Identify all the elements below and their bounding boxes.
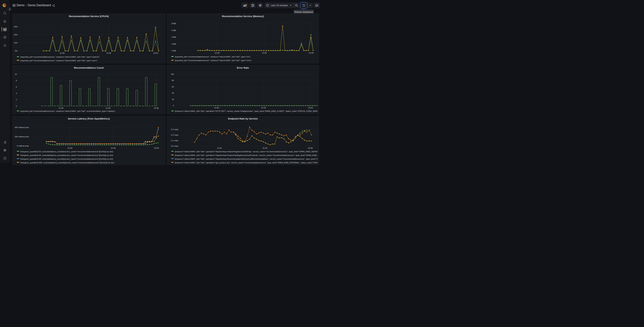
svg-text:60: 60 — [172, 86, 174, 88]
svg-text:2 MB: 2 MB — [172, 43, 176, 45]
svg-text:21:50: 21:50 — [58, 107, 64, 109]
svg-text:0.0 req/s: 0.0 req/s — [171, 145, 178, 147]
svg-text:30%: 30% — [14, 26, 18, 28]
svg-text:80: 80 — [172, 80, 174, 82]
svg-text:21:55: 21:55 — [262, 52, 267, 54]
svg-text:400 milliseconds: 400 milliseconds — [14, 126, 29, 128]
svg-text:21:55: 21:55 — [106, 107, 110, 109]
svg-text:0%: 0% — [15, 50, 18, 52]
svg-text:21:50: 21:50 — [215, 52, 220, 54]
svg-text:21:50: 21:50 — [60, 52, 64, 54]
svg-text:?: ? — [4, 157, 5, 159]
svg-text:21:55: 21:55 — [261, 106, 266, 108]
svg-text:21:55: 21:55 — [262, 147, 267, 149]
svg-text:8: 8 — [16, 80, 17, 82]
svg-text:10%: 10% — [14, 42, 18, 44]
svg-text:21:50: 21:50 — [217, 147, 222, 149]
svg-text:8 MB: 8 MB — [172, 22, 176, 24]
svg-text:0.2 req/s: 0.2 req/s — [171, 134, 178, 136]
svg-text:6 MB: 6 MB — [172, 30, 176, 32]
svg-text:0.3 req/s: 0.3 req/s — [171, 128, 178, 130]
svg-text:20: 20 — [172, 98, 174, 100]
svg-text:10: 10 — [14, 73, 17, 75]
svg-text:4: 4 — [16, 92, 17, 94]
svg-text:21:55: 21:55 — [106, 52, 111, 54]
svg-text:22:00: 22:00 — [308, 106, 313, 108]
svg-text:21:50: 21:50 — [214, 106, 219, 108]
svg-text:20%: 20% — [14, 34, 18, 36]
svg-text:22:00: 22:00 — [308, 147, 312, 149]
svg-text:22:00: 22:00 — [309, 52, 314, 54]
svg-text:0: 0 — [173, 104, 174, 106]
svg-text:0 milliseconds: 0 milliseconds — [16, 145, 29, 147]
svg-text:0 MB: 0 MB — [172, 50, 176, 52]
svg-text:0.1 req/s: 0.1 req/s — [171, 139, 178, 141]
svg-text:6: 6 — [16, 86, 17, 88]
svg-text:0: 0 — [16, 105, 17, 107]
svg-text:21:50: 21:50 — [68, 147, 72, 149]
svg-text:40: 40 — [172, 92, 174, 94]
svg-text:22:00: 22:00 — [154, 107, 159, 109]
svg-text:21:55: 21:55 — [111, 147, 116, 149]
svg-text:200 milliseconds: 200 milliseconds — [14, 136, 29, 138]
svg-text:4 MB: 4 MB — [172, 36, 176, 38]
svg-text:22:00: 22:00 — [154, 147, 159, 149]
svg-text:22:00: 22:00 — [153, 52, 158, 54]
svg-text:2: 2 — [16, 98, 17, 100]
svg-text:100: 100 — [170, 73, 174, 75]
